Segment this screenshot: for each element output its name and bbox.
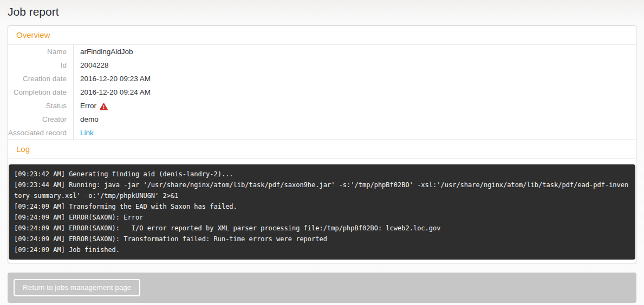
associated-record-link[interactable]: Link (80, 129, 94, 137)
page-title: Job report (0, 0, 644, 25)
log-line: [09:24:09 AM] Job finished. (14, 244, 630, 255)
field-value: 2004228 (74, 58, 636, 72)
field-row-creation-date: Creation date 2016-12-20 09:23 AM (8, 72, 636, 85)
log-section-heading: Log (8, 140, 636, 159)
status-text: Error (80, 101, 96, 110)
log-line: [09:24:09 AM] Transforming the EAD with … (14, 201, 630, 212)
field-row-status: Status Error (8, 99, 636, 112)
field-label: Creation date (8, 72, 74, 85)
field-label: Completion date (8, 85, 74, 99)
field-label: Associated record (8, 126, 74, 140)
field-row-name: Name arFindingAidJob (8, 45, 636, 58)
field-value: 2016-12-20 09:23 AM (74, 72, 636, 85)
field-label: Creator (8, 112, 74, 126)
log-line: [09:23:44 AM] Running: java -jar '/usr/s… (14, 180, 630, 201)
error-warning-triangle-icon (100, 103, 108, 110)
field-value-status: Error (74, 99, 636, 112)
field-row-associated-record: Associated record Link (8, 126, 636, 140)
field-label: Id (8, 58, 74, 72)
log-console: [09:23:42 AM] Generating finding aid (de… (9, 164, 635, 260)
overview-fields: Name arFindingAidJob Id 2004228 Creation… (8, 45, 636, 140)
field-label: Status (8, 99, 74, 112)
field-row-creator: Creator demo (8, 112, 636, 126)
log-line: [09:24:09 AM] ERROR(SAXON): Error (14, 212, 630, 223)
log-line: [09:23:42 AM] Generating finding aid (de… (14, 169, 630, 180)
field-value: arFindingAidJob (74, 45, 636, 58)
log-line: [09:24:09 AM] ERROR(SAXON): Transformati… (14, 234, 630, 244)
job-report-panel: Overview Name arFindingAidJob Id 2004228… (8, 25, 636, 263)
field-value: demo (74, 112, 636, 126)
overview-section-heading: Overview (8, 26, 636, 45)
log-line: [09:24:09 AM] ERROR(SAXON): I/O error re… (14, 223, 630, 234)
field-row-completion-date: Completion date 2016-12-20 09:24 AM (8, 85, 636, 99)
return-to-jobs-button[interactable]: Return to jobs management page (14, 279, 140, 296)
field-row-id: Id 2004228 (8, 58, 636, 72)
field-value: 2016-12-20 09:24 AM (74, 85, 636, 99)
field-label: Name (8, 45, 74, 58)
actions-bar: Return to jobs management page (8, 273, 636, 303)
